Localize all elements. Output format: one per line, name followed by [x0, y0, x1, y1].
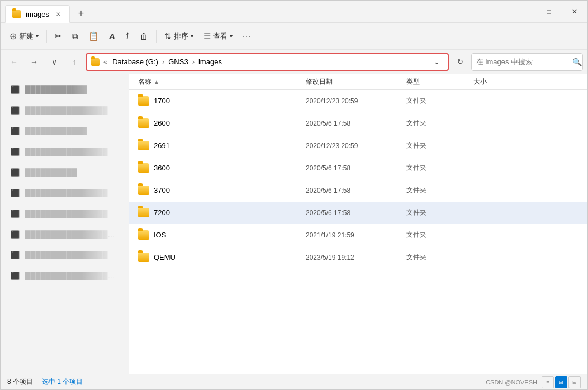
sort-label: 排序	[174, 31, 188, 41]
breadcrumb-separator-0: «	[103, 58, 107, 66]
col-name-header[interactable]: 名称 ▲	[138, 77, 306, 87]
view-list-button[interactable]: ⊞	[555, 376, 567, 388]
folder-icon	[138, 141, 149, 150]
minimize-button[interactable]: ─	[510, 1, 536, 23]
col-type-header[interactable]: 类型	[406, 77, 473, 87]
search-box[interactable]: 🔍	[471, 53, 583, 71]
more-button[interactable]: ···	[238, 28, 256, 44]
file-name-text: 2691	[154, 141, 170, 150]
table-row[interactable]: 3700 2020/5/6 17:58 文件夹	[129, 179, 587, 202]
breadcrumb-sep-2: ›	[192, 58, 195, 66]
sidebar: ⬛ ████████████ ⬛ ████████████████ ⬛ ████…	[1, 74, 129, 374]
sidebar-item-5[interactable]: ⬛ ████████████████	[3, 183, 126, 203]
table-row[interactable]: 1700 2020/12/23 20:59 文件夹	[129, 90, 587, 112]
delete-button[interactable]: 🗑	[135, 28, 153, 44]
breadcrumb-images[interactable]: images	[197, 57, 224, 66]
rename-button[interactable]: A	[105, 28, 120, 44]
sidebar-item-2[interactable]: ⬛ ████████████	[3, 121, 126, 141]
breadcrumb-drive[interactable]: Database (G:)	[111, 57, 160, 66]
file-name-text: IOS	[154, 231, 166, 239]
explorer-window: images ✕ + ─ □ ✕ ⊕ 新建 ▾ ✂ ⧉ 📋 A	[0, 0, 588, 390]
sidebar-icon-3: ⬛	[10, 146, 21, 157]
back-button[interactable]: ←	[5, 53, 23, 71]
tab-area: images ✕ +	[1, 1, 510, 22]
file-type-cell: 文件夹	[406, 208, 473, 217]
view-label: 查看	[213, 31, 227, 41]
sidebar-icon-7: ⬛	[10, 229, 21, 240]
table-row[interactable]: 2600 2020/5/6 17:58 文件夹	[129, 112, 587, 135]
file-date-cell: 2020/12/23 20:59	[306, 97, 406, 105]
table-row[interactable]: 2691 2020/12/23 20:59 文件夹	[129, 135, 587, 157]
window-controls: ─ □ ✕	[510, 1, 587, 22]
tab-close-button[interactable]: ✕	[54, 9, 63, 18]
copy-button[interactable]: ⧉	[68, 28, 83, 45]
folder-icon	[138, 163, 149, 173]
forward-button[interactable]: →	[25, 53, 43, 71]
sidebar-item-6[interactable]: ⬛ ████████████████	[3, 203, 126, 223]
maximize-button[interactable]: □	[536, 1, 562, 23]
sidebar-item-0[interactable]: ⬛ ████████████	[3, 79, 126, 99]
file-name-text: 3600	[154, 164, 170, 172]
up-button[interactable]: ↑	[65, 53, 83, 71]
view-tiles-button[interactable]: ⊟	[568, 376, 581, 388]
view-button[interactable]: ☰ 查看 ▾	[199, 28, 237, 45]
file-name-cell: 3700	[138, 186, 306, 195]
col-size-header[interactable]: 大小	[473, 77, 578, 87]
table-row[interactable]: 7200 2020/5/6 17:58 文件夹	[129, 202, 587, 224]
toolbar-separator-2	[156, 30, 157, 43]
close-button[interactable]: ✕	[562, 1, 587, 23]
sidebar-item-4[interactable]: ⬛ ██████████	[3, 162, 126, 182]
sidebar-item-1[interactable]: ⬛ ████████████████	[3, 100, 126, 120]
file-date-cell: 2020/5/6 17:58	[306, 209, 406, 217]
table-row[interactable]: IOS 2021/1/19 21:59 文件夹	[129, 224, 587, 246]
address-bar[interactable]: « Database (G:) › GNS3 › images ⌄	[86, 53, 449, 71]
search-icon: 🔍	[572, 58, 582, 66]
status-right: CSDN @NOVESH ≡ ⊞ ⊟	[486, 376, 581, 388]
file-type-cell: 文件夹	[406, 141, 473, 150]
view-icons: ≡ ⊞ ⊟	[542, 376, 581, 388]
sort-arrow-icon: ▲	[154, 79, 159, 85]
file-name-cell: IOS	[138, 230, 306, 240]
folder-icon	[138, 253, 149, 262]
file-name-cell: 7200	[138, 208, 306, 217]
refresh-button[interactable]: ↻	[451, 53, 469, 71]
address-dropdown-icon[interactable]: ⌄	[430, 55, 443, 69]
new-label: 新建	[19, 31, 34, 41]
recent-locations-button[interactable]: ∨	[45, 53, 63, 71]
file-name-cell: 2691	[138, 141, 306, 150]
file-date-cell: 2020/12/23 20:59	[306, 142, 406, 150]
view-details-button[interactable]: ≡	[542, 376, 554, 388]
file-list-area: 名称 ▲ 修改日期 类型 大小 1700 2020/12/23 20:59	[129, 74, 587, 374]
file-name-cell: QEMU	[138, 253, 306, 262]
sidebar-item-9[interactable]: ⬛ ████████████████████	[3, 265, 126, 286]
cut-icon: ✂	[55, 31, 62, 41]
breadcrumb-gns3[interactable]: GNS3	[167, 57, 189, 66]
table-row[interactable]: QEMU 2023/5/19 19:12 文件夹	[129, 246, 587, 269]
plus-icon: ⊕	[10, 31, 17, 41]
file-date-cell: 2020/5/6 17:58	[306, 164, 406, 172]
table-row[interactable]: 3600 2020/5/6 17:58 文件夹	[129, 157, 587, 179]
file-date-cell: 2020/5/6 17:58	[306, 187, 406, 194]
paste-button[interactable]: 📋	[84, 28, 103, 45]
sidebar-item-3[interactable]: ⬛ ████████████████	[3, 141, 126, 161]
file-name-text: 2600	[154, 119, 170, 127]
selected-items[interactable]: 选中 1 个项目	[42, 377, 83, 387]
folder-icon	[138, 230, 149, 240]
sidebar-icon-5: ⬛	[10, 187, 21, 198]
file-name-cell: 2600	[138, 118, 306, 128]
folder-icon	[138, 208, 149, 217]
new-tab-button[interactable]: +	[72, 4, 90, 22]
sidebar-icon-8: ⬛	[10, 249, 21, 260]
sidebar-item-8[interactable]: ⬛ ████████████████	[3, 245, 126, 265]
file-type-cell: 文件夹	[406, 163, 473, 173]
new-button[interactable]: ⊕ 新建 ▾	[5, 27, 43, 45]
cut-button[interactable]: ✂	[50, 28, 67, 45]
share-button[interactable]: ⤴	[121, 28, 134, 44]
file-date-cell: 2021/1/19 21:59	[306, 231, 406, 239]
sidebar-item-7[interactable]: ⬛ ████████████████████	[3, 224, 126, 244]
sort-button[interactable]: ⇅ 排序 ▾	[160, 28, 198, 45]
active-tab[interactable]: images ✕	[5, 5, 70, 23]
search-input[interactable]	[476, 58, 570, 66]
col-date-header[interactable]: 修改日期	[306, 77, 406, 87]
sort-chevron-icon: ▾	[191, 33, 193, 39]
